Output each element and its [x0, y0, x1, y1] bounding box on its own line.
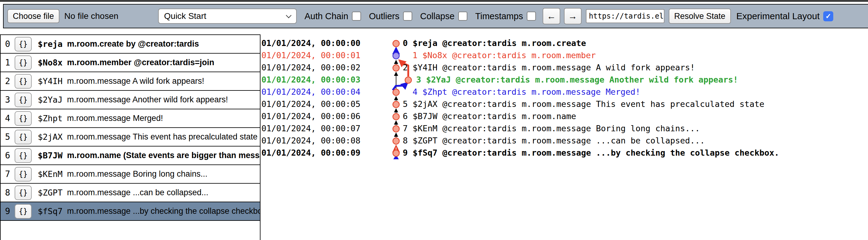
timeline-event-label[interactable]: 1 $No8x @creator:tardis m.room.member	[412, 51, 596, 60]
dag-node[interactable]	[393, 138, 399, 144]
json-button[interactable]: {}	[14, 111, 32, 126]
event-list-row[interactable]: 0 {} $reja m.room.create by @creator:tar…	[1, 35, 260, 54]
dag-node[interactable]	[393, 101, 399, 108]
timeline-event-label[interactable]: 0 $reja @creator:tardis m.room.create	[403, 38, 586, 48]
event-description: m.room.message A wild fork appears!	[67, 77, 204, 86]
experimental-layout-label: Experimental Layout	[736, 11, 820, 21]
event-list-row[interactable]: 7 {} $KEnM m.room.message Boring long ch…	[1, 165, 260, 184]
event-id: $Zhpt	[38, 114, 67, 123]
event-description: m.room.message Boring long chains...	[67, 169, 208, 179]
json-button[interactable]: {}	[14, 55, 32, 70]
event-id: $fSq7	[38, 207, 67, 216]
timestamps-label: Timestamps	[475, 11, 523, 21]
event-id: $No8x	[38, 58, 67, 67]
resolver-url-input[interactable]: https://tardis.element.dev	[586, 9, 664, 23]
auth-chain-label: Auth Chain	[305, 11, 348, 21]
outliers-checkbox[interactable]	[403, 11, 412, 21]
json-button[interactable]: {}	[14, 167, 32, 182]
event-list-row[interactable]: 3 {} $2YaJ m.room.message Another wild f…	[1, 91, 260, 109]
experimental-layout-checkbox[interactable]: ✓	[823, 11, 833, 21]
event-list-row[interactable]: 6 {} $B7JW m.room.name (State events are…	[1, 147, 260, 165]
dag-node[interactable]	[393, 150, 399, 156]
event-description: m.room.message ...can be collapsed...	[67, 188, 208, 198]
event-description: m.room.create by @creator:tardis	[67, 39, 199, 49]
resolve-state-button[interactable]: Resolve State	[669, 8, 731, 24]
timeline-timestamp: 01/01/2024, 00:00:09	[261, 148, 361, 157]
file-status-text: No file chosen	[64, 11, 118, 21]
row-index: 7	[1, 169, 14, 179]
event-list-row[interactable]: 8 {} $ZGPT m.room.message ...can be coll…	[1, 184, 260, 202]
auth-chain-checkbox[interactable]	[352, 11, 361, 21]
step-forward-button[interactable]: →	[564, 8, 582, 24]
timeline-event-label[interactable]: 8 $ZGPT @creator:tardis m.room.message .…	[403, 136, 705, 145]
row-index: 6	[1, 150, 14, 160]
json-button[interactable]: {}	[14, 185, 32, 200]
event-list-row[interactable]: 2 {} $Y4IH m.room.message A wild fork ap…	[1, 72, 260, 91]
step-back-button[interactable]: ←	[542, 8, 560, 24]
row-index: 0	[1, 39, 14, 49]
timeline-timestamp: 01/01/2024, 00:00:06	[261, 112, 361, 121]
dag-start-marker	[393, 155, 399, 159]
preset-select[interactable]: Quick Start	[158, 8, 297, 24]
event-id: $B7JW	[38, 151, 67, 160]
dag-node[interactable]	[393, 65, 399, 71]
json-button[interactable]: {}	[14, 74, 32, 89]
timeline-event-label[interactable]: 9 $fSq7 @creator:tardis m.room.message .…	[403, 148, 779, 157]
event-list-row[interactable]: 9 {} $fSq7 m.room.message ...by checking…	[1, 202, 260, 221]
checkmark-icon: ✓	[825, 12, 831, 21]
choose-file-button[interactable]: Choose file	[7, 9, 59, 23]
event-id: $KEnM	[38, 169, 67, 179]
json-button[interactable]: {}	[14, 130, 32, 144]
timeline-timestamp: 01/01/2024, 00:00:01	[261, 51, 361, 60]
event-list-row[interactable]: 4 {} $Zhpt m.room.message Merged!	[1, 109, 260, 128]
timeline-event-label[interactable]: 6 $B7JW @creator:tardis m.room.name	[403, 112, 576, 121]
event-description: m.room.message Merged!	[67, 114, 163, 123]
timeline-timestamp: 01/01/2024, 00:00:00	[261, 38, 361, 48]
row-index: 9	[1, 206, 14, 216]
row-index: 5	[1, 132, 14, 142]
event-description: m.room.name (State events are bigger tha…	[67, 151, 260, 160]
event-description: m.room.message This event has precalcula…	[67, 132, 257, 142]
timestamps-checkbox[interactable]	[527, 11, 536, 21]
collapse-checkbox[interactable]	[458, 11, 467, 21]
event-list: 0 {} $reja m.room.create by @creator:tar…	[0, 34, 260, 240]
toolbar: Choose file No file chosen Quick Start A…	[3, 4, 868, 28]
dag-node[interactable]	[393, 53, 399, 59]
row-index: 8	[1, 188, 14, 198]
timeline-timestamp: 01/01/2024, 00:00:08	[261, 136, 361, 145]
app-root: Choose file No file chosen Quick Start A…	[0, 0, 868, 240]
outliers-label: Outliers	[369, 11, 399, 21]
event-id: $2YaJ	[38, 95, 67, 104]
top-strip	[0, 0, 868, 2]
preset-select-value: Quick Start	[164, 11, 206, 21]
dag-node[interactable]	[393, 89, 399, 96]
timeline-timestamp: 01/01/2024, 00:00:02	[261, 63, 361, 72]
event-id: $reja	[38, 39, 67, 49]
dag-node[interactable]	[405, 77, 412, 84]
json-button[interactable]: {}	[14, 148, 32, 163]
event-description: m.room.message Another wild fork appears…	[67, 95, 228, 104]
event-list-row[interactable]: 5 {} $2jAX m.room.message This event has…	[1, 128, 260, 147]
json-button[interactable]: {}	[14, 37, 32, 52]
dag-node[interactable]	[393, 40, 399, 47]
timeline-event-label[interactable]: 4 $Zhpt @creator:tardis m.room.message M…	[412, 87, 641, 96]
collapse-label: Collapse	[420, 11, 455, 21]
event-list-row[interactable]: 1 {} $No8x m.room.member @creator:tardis…	[1, 54, 260, 72]
dag-node[interactable]	[393, 126, 399, 132]
json-button[interactable]: {}	[14, 204, 32, 219]
row-index: 4	[1, 113, 14, 123]
row-index: 3	[1, 95, 14, 105]
event-id: $ZGPT	[38, 188, 67, 198]
timeline-event-label[interactable]: 7 $KEnM @creator:tardis m.room.message B…	[403, 124, 700, 133]
event-description: m.room.member @creator:tardis=join	[67, 58, 214, 67]
json-button[interactable]: {}	[14, 93, 32, 107]
timeline-timestamp: 01/01/2024, 00:00:03	[261, 75, 361, 84]
dag-node[interactable]	[393, 114, 399, 120]
event-id: $2jAX	[38, 132, 67, 142]
timeline-event-label[interactable]: 2 $Y4IH @creator:tardis m.room.message A…	[403, 63, 695, 72]
timeline-event-label[interactable]: 5 $2jAX @creator:tardis m.room.message T…	[403, 99, 765, 109]
row-index: 2	[1, 76, 14, 86]
edge-4-3	[393, 83, 407, 90]
timeline-timestamp: 01/01/2024, 00:00:05	[261, 99, 361, 109]
timeline-event-label[interactable]: 3 $2YaJ @creator:tardis m.room.message A…	[416, 75, 738, 84]
